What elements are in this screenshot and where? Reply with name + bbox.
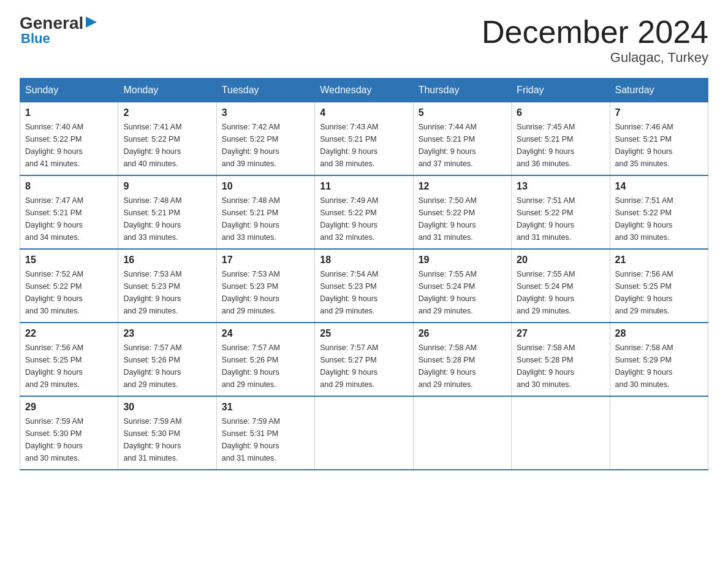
- table-row: [512, 396, 610, 470]
- table-row: 4 Sunrise: 7:43 AM Sunset: 5:21 PM Dayli…: [315, 102, 413, 176]
- table-row: 21 Sunrise: 7:56 AM Sunset: 5:25 PM Dayl…: [610, 249, 708, 323]
- day-number: 17: [222, 255, 309, 266]
- day-number: 16: [123, 255, 211, 266]
- day-info: Sunrise: 7:59 AM Sunset: 5:30 PM Dayligh…: [123, 415, 211, 464]
- day-info: Sunrise: 7:53 AM Sunset: 5:23 PM Dayligh…: [123, 268, 211, 317]
- table-row: 31 Sunrise: 7:59 AM Sunset: 5:31 PM Dayl…: [216, 396, 314, 470]
- table-row: 9 Sunrise: 7:48 AM Sunset: 5:21 PM Dayli…: [118, 175, 216, 249]
- table-row: 12 Sunrise: 7:50 AM Sunset: 5:22 PM Dayl…: [413, 175, 511, 249]
- day-info: Sunrise: 7:58 AM Sunset: 5:28 PM Dayligh…: [419, 342, 506, 391]
- calendar-week-row: 1 Sunrise: 7:40 AM Sunset: 5:22 PM Dayli…: [20, 102, 708, 176]
- day-number: 26: [419, 328, 506, 339]
- day-info: Sunrise: 7:59 AM Sunset: 5:30 PM Dayligh…: [25, 415, 113, 464]
- day-info: Sunrise: 7:58 AM Sunset: 5:29 PM Dayligh…: [615, 342, 703, 391]
- calendar-title: December 2024: [482, 15, 708, 50]
- day-info: Sunrise: 7:50 AM Sunset: 5:22 PM Dayligh…: [419, 194, 506, 243]
- calendar-week-row: 29 Sunrise: 7:59 AM Sunset: 5:30 PM Dayl…: [20, 396, 708, 470]
- page-header: General Blue December 2024 Gulagac, Turk…: [20, 15, 708, 66]
- day-info: Sunrise: 7:48 AM Sunset: 5:21 PM Dayligh…: [222, 194, 309, 243]
- table-row: 30 Sunrise: 7:59 AM Sunset: 5:30 PM Dayl…: [118, 396, 216, 470]
- day-number: 1: [25, 107, 113, 118]
- logo-general: General: [20, 15, 83, 32]
- day-number: 19: [419, 255, 506, 266]
- table-row: [413, 396, 511, 470]
- table-row: 15 Sunrise: 7:52 AM Sunset: 5:22 PM Dayl…: [20, 249, 118, 323]
- svg-marker-0: [86, 17, 97, 28]
- calendar-week-row: 8 Sunrise: 7:47 AM Sunset: 5:21 PM Dayli…: [20, 175, 708, 249]
- day-number: 18: [320, 255, 408, 266]
- day-number: 24: [222, 328, 309, 339]
- header-wednesday: Wednesday: [315, 79, 413, 102]
- day-info: Sunrise: 7:42 AM Sunset: 5:22 PM Dayligh…: [222, 121, 309, 170]
- day-info: Sunrise: 7:51 AM Sunset: 5:22 PM Dayligh…: [615, 194, 703, 243]
- table-row: 19 Sunrise: 7:55 AM Sunset: 5:24 PM Dayl…: [413, 249, 511, 323]
- day-number: 30: [123, 402, 211, 413]
- day-info: Sunrise: 7:52 AM Sunset: 5:22 PM Dayligh…: [25, 268, 113, 317]
- table-row: 27 Sunrise: 7:58 AM Sunset: 5:28 PM Dayl…: [512, 323, 610, 396]
- day-number: 11: [320, 181, 408, 192]
- table-row: 23 Sunrise: 7:57 AM Sunset: 5:26 PM Dayl…: [118, 323, 216, 396]
- day-number: 2: [123, 107, 211, 118]
- table-row: 25 Sunrise: 7:57 AM Sunset: 5:27 PM Dayl…: [315, 323, 413, 396]
- table-row: 10 Sunrise: 7:48 AM Sunset: 5:21 PM Dayl…: [216, 175, 314, 249]
- logo: General Blue: [20, 15, 98, 47]
- logo-triangle-icon: [85, 15, 98, 29]
- calendar-week-row: 22 Sunrise: 7:56 AM Sunset: 5:25 PM Dayl…: [20, 323, 708, 396]
- day-number: 29: [25, 402, 113, 413]
- day-number: 22: [25, 328, 113, 339]
- table-row: 16 Sunrise: 7:53 AM Sunset: 5:23 PM Dayl…: [118, 249, 216, 323]
- day-number: 4: [320, 107, 408, 118]
- day-number: 9: [123, 181, 211, 192]
- table-row: 7 Sunrise: 7:46 AM Sunset: 5:21 PM Dayli…: [610, 102, 708, 176]
- day-info: Sunrise: 7:59 AM Sunset: 5:31 PM Dayligh…: [222, 415, 309, 464]
- day-info: Sunrise: 7:51 AM Sunset: 5:22 PM Dayligh…: [517, 194, 604, 243]
- day-info: Sunrise: 7:47 AM Sunset: 5:21 PM Dayligh…: [25, 194, 113, 243]
- table-row: 26 Sunrise: 7:58 AM Sunset: 5:28 PM Dayl…: [413, 323, 511, 396]
- day-number: 28: [615, 328, 703, 339]
- day-number: 14: [615, 181, 703, 192]
- day-number: 8: [25, 181, 113, 192]
- header-sunday: Sunday: [20, 79, 118, 102]
- header-friday: Friday: [512, 79, 610, 102]
- day-info: Sunrise: 7:45 AM Sunset: 5:21 PM Dayligh…: [517, 121, 604, 170]
- table-row: 17 Sunrise: 7:53 AM Sunset: 5:23 PM Dayl…: [216, 249, 314, 323]
- day-info: Sunrise: 7:55 AM Sunset: 5:24 PM Dayligh…: [419, 268, 506, 317]
- table-row: 5 Sunrise: 7:44 AM Sunset: 5:21 PM Dayli…: [413, 102, 511, 176]
- day-info: Sunrise: 7:56 AM Sunset: 5:25 PM Dayligh…: [615, 268, 703, 317]
- header-thursday: Thursday: [413, 79, 511, 102]
- table-row: 29 Sunrise: 7:59 AM Sunset: 5:30 PM Dayl…: [20, 396, 118, 470]
- day-number: 27: [517, 328, 604, 339]
- header-monday: Monday: [118, 79, 216, 102]
- day-number: 15: [25, 255, 113, 266]
- day-number: 6: [517, 107, 604, 118]
- header-tuesday: Tuesday: [216, 79, 314, 102]
- day-info: Sunrise: 7:40 AM Sunset: 5:22 PM Dayligh…: [25, 121, 113, 170]
- day-info: Sunrise: 7:57 AM Sunset: 5:26 PM Dayligh…: [123, 342, 211, 391]
- table-row: [315, 396, 413, 470]
- table-row: 14 Sunrise: 7:51 AM Sunset: 5:22 PM Dayl…: [610, 175, 708, 249]
- day-number: 5: [419, 107, 506, 118]
- day-number: 21: [615, 255, 703, 266]
- day-info: Sunrise: 7:53 AM Sunset: 5:23 PM Dayligh…: [222, 268, 309, 317]
- logo-blue: Blue: [21, 31, 50, 47]
- table-row: 8 Sunrise: 7:47 AM Sunset: 5:21 PM Dayli…: [20, 175, 118, 249]
- table-row: 18 Sunrise: 7:54 AM Sunset: 5:23 PM Dayl…: [315, 249, 413, 323]
- day-number: 31: [222, 402, 309, 413]
- day-number: 10: [222, 181, 309, 192]
- calendar-table: Sunday Monday Tuesday Wednesday Thursday…: [20, 78, 708, 470]
- day-info: Sunrise: 7:56 AM Sunset: 5:25 PM Dayligh…: [25, 342, 113, 391]
- day-info: Sunrise: 7:48 AM Sunset: 5:21 PM Dayligh…: [123, 194, 211, 243]
- day-info: Sunrise: 7:57 AM Sunset: 5:26 PM Dayligh…: [222, 342, 309, 391]
- table-row: 13 Sunrise: 7:51 AM Sunset: 5:22 PM Dayl…: [512, 175, 610, 249]
- day-number: 3: [222, 107, 309, 118]
- day-info: Sunrise: 7:44 AM Sunset: 5:21 PM Dayligh…: [419, 121, 506, 170]
- day-info: Sunrise: 7:54 AM Sunset: 5:23 PM Dayligh…: [320, 268, 408, 317]
- day-info: Sunrise: 7:46 AM Sunset: 5:21 PM Dayligh…: [615, 121, 703, 170]
- day-info: Sunrise: 7:49 AM Sunset: 5:22 PM Dayligh…: [320, 194, 408, 243]
- day-number: 20: [517, 255, 604, 266]
- title-block: December 2024 Gulagac, Turkey: [482, 15, 708, 66]
- header-saturday: Saturday: [610, 79, 708, 102]
- table-row: 24 Sunrise: 7:57 AM Sunset: 5:26 PM Dayl…: [216, 323, 314, 396]
- calendar-week-row: 15 Sunrise: 7:52 AM Sunset: 5:22 PM Dayl…: [20, 249, 708, 323]
- table-row: 22 Sunrise: 7:56 AM Sunset: 5:25 PM Dayl…: [20, 323, 118, 396]
